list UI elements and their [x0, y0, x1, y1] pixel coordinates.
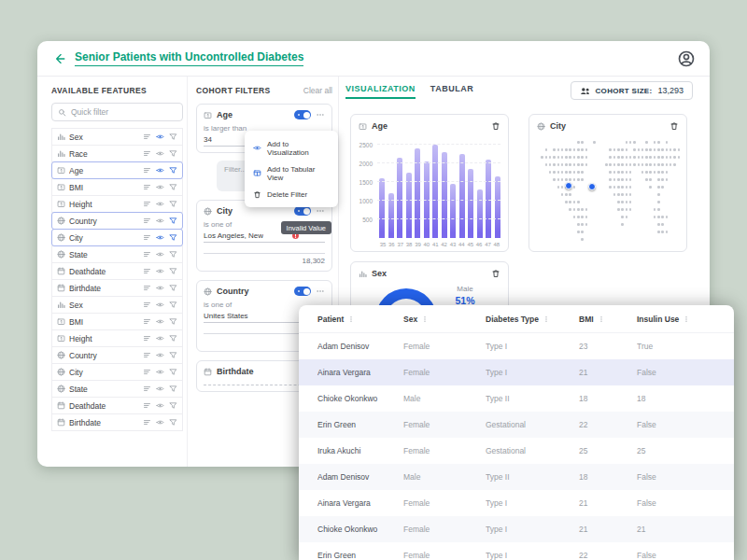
quick-filter-search[interactable] — [51, 103, 183, 121]
table-row[interactable]: Ainara VergaraFemaleType I21False — [299, 359, 734, 385]
lines-icon[interactable] — [143, 368, 151, 376]
dots-h-icon[interactable] — [316, 110, 325, 119]
dots-v-icon[interactable] — [421, 315, 429, 323]
feature-row-bmi[interactable]: BMI — [51, 178, 183, 196]
funnel-icon[interactable] — [169, 418, 177, 427]
city-marker[interactable] — [588, 183, 596, 190]
eye-icon[interactable] — [156, 217, 164, 225]
quick-filter-input[interactable] — [71, 107, 176, 117]
eye-icon[interactable] — [156, 133, 164, 141]
funnel-icon[interactable] — [169, 250, 177, 259]
feature-row-height[interactable]: Height — [51, 329, 183, 347]
table-row[interactable]: Iruka AkuchiFemaleGestational2525 — [299, 438, 734, 464]
lines-icon[interactable] — [143, 217, 151, 225]
feature-row-bmi[interactable]: BMI — [51, 313, 183, 330]
column-header-insulin-use[interactable]: Insulin Use — [637, 315, 734, 324]
feature-row-age[interactable]: Age — [51, 161, 183, 179]
feature-row-country[interactable]: Country — [51, 346, 183, 364]
dots-h-icon[interactable] — [316, 206, 325, 216]
filter-toggle[interactable] — [294, 110, 311, 119]
eye-icon[interactable] — [156, 368, 164, 376]
column-header-diabetes-type[interactable]: Diabetes Type — [486, 315, 579, 324]
eye-icon[interactable] — [156, 233, 164, 242]
feature-row-sex[interactable]: Sex — [51, 128, 183, 146]
feature-row-city[interactable]: City — [51, 363, 183, 381]
eye-icon[interactable] — [156, 267, 164, 275]
eye-icon[interactable] — [156, 284, 164, 292]
dots-v-icon[interactable] — [598, 315, 605, 323]
feature-row-city[interactable]: City — [51, 229, 183, 246]
lines-icon[interactable] — [143, 166, 151, 175]
funnel-icon[interactable] — [169, 317, 177, 326]
eye-icon[interactable] — [156, 200, 164, 208]
lines-icon[interactable] — [143, 284, 151, 292]
feature-row-birthdate[interactable]: Birthdate — [51, 279, 183, 297]
user-avatar-icon[interactable] — [678, 50, 695, 67]
lines-icon[interactable] — [143, 317, 151, 326]
lines-icon[interactable] — [143, 351, 151, 359]
trash-icon[interactable] — [669, 121, 679, 131]
funnel-icon[interactable] — [169, 385, 177, 393]
column-header-bmi[interactable]: BMI — [579, 315, 637, 324]
funnel-icon[interactable] — [169, 334, 177, 343]
clear-all-button[interactable]: Clear all — [303, 86, 332, 95]
feature-row-deathdate[interactable]: Deathdate — [51, 262, 183, 280]
cohort-size-badge[interactable]: COHORT SIZE: 13,293 — [571, 81, 693, 100]
funnel-icon[interactable] — [169, 301, 177, 309]
lines-icon[interactable] — [143, 334, 151, 343]
table-row[interactable]: Chioke OkonkwoFemaleType I2121 — [299, 516, 734, 542]
eye-icon[interactable] — [156, 149, 164, 158]
lines-icon[interactable] — [143, 301, 151, 309]
feature-row-height[interactable]: Height — [51, 195, 183, 213]
feature-row-birthdate[interactable]: Birthdate — [51, 413, 183, 431]
funnel-icon[interactable] — [169, 401, 177, 410]
eye-icon[interactable] — [156, 250, 164, 259]
lines-icon[interactable] — [143, 418, 151, 427]
tab-visualization[interactable]: VISUALIZATION — [345, 84, 416, 99]
eye-icon[interactable] — [156, 334, 164, 343]
funnel-icon[interactable] — [169, 368, 177, 376]
table-row[interactable]: Chioke OkonkwoMaleType II1818 — [299, 385, 734, 412]
tab-tabular[interactable]: TABULAR — [430, 84, 473, 97]
eye-icon[interactable] — [156, 418, 164, 427]
table-row[interactable]: Adam DenisovFemaleType I23True — [299, 333, 734, 359]
eye-icon[interactable] — [156, 385, 164, 393]
lines-icon[interactable] — [143, 385, 151, 393]
table-row[interactable]: Ainara VergaraFemaleType I21False — [299, 490, 734, 516]
trash-icon[interactable] — [491, 269, 500, 278]
funnel-icon[interactable] — [169, 351, 177, 359]
eye-icon[interactable] — [156, 301, 164, 309]
funnel-icon[interactable] — [169, 166, 177, 175]
lines-icon[interactable] — [143, 250, 151, 259]
eye-icon[interactable] — [156, 351, 164, 359]
city-marker[interactable] — [565, 182, 572, 189]
lines-icon[interactable] — [143, 267, 151, 275]
funnel-icon[interactable] — [169, 233, 177, 242]
funnel-icon[interactable] — [169, 217, 177, 225]
menu-item-add-to-tabular-view[interactable]: Add to Tabular View — [245, 161, 338, 186]
trash-icon[interactable] — [491, 121, 500, 131]
filter-toggle[interactable] — [294, 287, 311, 296]
table-row[interactable]: Erin GreenFemaleType I22False — [299, 542, 734, 560]
lines-icon[interactable] — [143, 183, 151, 191]
feature-row-sex[interactable]: Sex — [51, 296, 183, 314]
funnel-icon[interactable] — [169, 200, 177, 208]
dots-v-icon[interactable] — [543, 315, 550, 323]
funnel-icon[interactable] — [169, 133, 177, 141]
table-row[interactable]: Erin GreenFemaleGestational22False — [299, 412, 734, 438]
feature-row-deathdate[interactable]: Deathdate — [51, 397, 183, 414]
dots-h-icon[interactable] — [316, 287, 325, 296]
filter-toggle[interactable] — [294, 206, 311, 216]
eye-icon[interactable] — [156, 317, 164, 326]
feature-row-race[interactable]: Race — [51, 145, 183, 162]
lines-icon[interactable] — [143, 133, 151, 141]
funnel-icon[interactable] — [169, 183, 177, 191]
back-button[interactable] — [52, 52, 65, 65]
funnel-icon[interactable] — [169, 267, 177, 275]
funnel-icon[interactable] — [169, 149, 177, 158]
feature-row-state[interactable]: State — [51, 245, 183, 263]
eye-icon[interactable] — [156, 166, 164, 175]
lines-icon[interactable] — [143, 149, 151, 158]
dots-v-icon[interactable] — [347, 315, 355, 323]
filter-card-city[interactable]: Cityis one ofLos Angeles, New York, Mosc… — [196, 200, 332, 272]
